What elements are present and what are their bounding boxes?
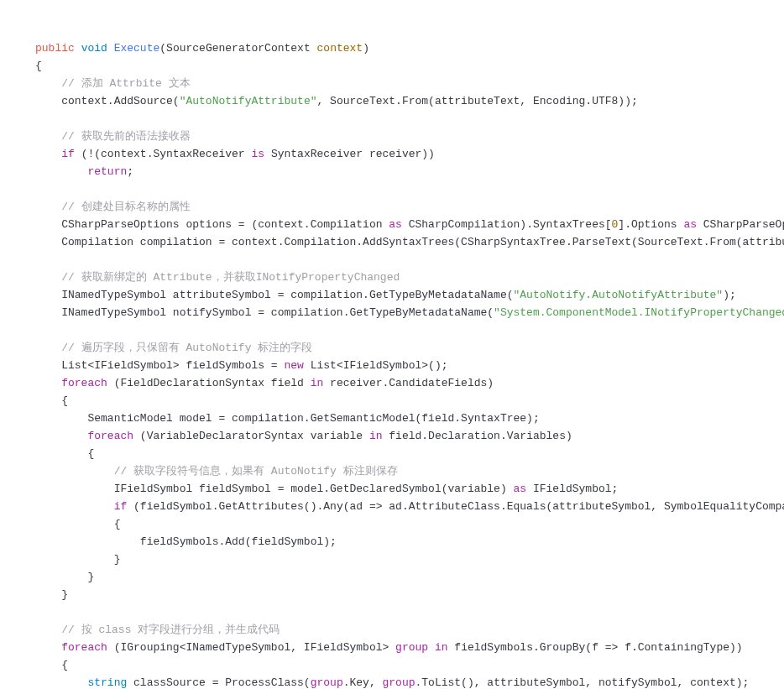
keyword-if: if (61, 148, 75, 160)
comment: // 获取先前的语法接收器 (61, 130, 190, 143)
code-line: INamedTypeSymbol attributeSymbol = compi… (61, 289, 513, 301)
keyword-foreach: foreach (61, 641, 107, 654)
param-type: SourceGeneratorContext (166, 42, 311, 55)
comment: // 获取新绑定的 Attribute，并获取INotifyPropertyCh… (61, 271, 400, 284)
code-line: SyntaxReceiver receiver)) (264, 148, 435, 160)
keyword-void: void (81, 42, 107, 55)
keyword-new: new (284, 359, 303, 372)
code-line: CSharpParseOp (697, 218, 784, 231)
keyword-as: as (514, 483, 527, 495)
keyword-foreach: foreach (61, 377, 107, 389)
identifier-group: group (311, 676, 343, 689)
code-block: public void Execute(SourceGeneratorConte… (35, 39, 784, 689)
code-line: fieldSymbols.GroupBy(f => f.ContainingTy… (448, 641, 743, 654)
code-line: (!(context.SyntaxReceiver (75, 148, 252, 160)
code-line: (VariableDeclaratorSyntax variable (133, 430, 369, 442)
keyword-string: string (87, 676, 127, 689)
brace: { (61, 394, 68, 407)
comment: // 按 class 对字段进行分组，并生成代码 (61, 624, 280, 636)
keyword-foreach: foreach (87, 430, 133, 442)
param-name: context (317, 42, 363, 55)
code-line: receiver.CandidateFields) (323, 377, 494, 389)
keyword-group: group (395, 641, 428, 654)
string-literal: "AutoNotifyAttribute" (180, 95, 317, 107)
brace: } (87, 571, 94, 583)
comment: // 获取字段符号信息，如果有 AutoNotify 标注则保存 (114, 465, 398, 478)
code-line: .ToList(), attributeSymbol, notifySymbol… (416, 676, 750, 689)
comment: // 添加 Attrbite 文本 (61, 77, 190, 90)
method-name: Execute (114, 42, 160, 55)
keyword-in: in (311, 377, 324, 389)
keyword-in: in (369, 430, 383, 442)
brace: { (61, 659, 68, 671)
brace: } (114, 553, 121, 566)
code-line: .Key, (343, 676, 383, 689)
keyword-if: if (114, 500, 128, 513)
keyword-public: public (35, 42, 75, 55)
comment: // 创建处目标名称的属性 (61, 201, 190, 213)
code-line: List<IFieldSymbol> fieldSymbols = (61, 359, 284, 372)
code-line: fieldSymbols.Add(fieldSymbol); (140, 535, 337, 548)
keyword-as: as (683, 218, 697, 231)
code-line: classSource = ProcessClass( (127, 676, 310, 689)
code-line: List<IFieldSymbol>(); (304, 359, 448, 372)
code-line: ].Options (618, 218, 683, 231)
code-line: (IGrouping<INamedTypeSymbol, IFieldSymbo… (107, 641, 395, 654)
string-literal: "AutoNotify.AutoNotifyAttribute" (514, 289, 724, 301)
code-line: ); (723, 289, 736, 301)
keyword-as: as (389, 218, 402, 231)
code-line: Compilation compilation = context.Compil… (61, 236, 784, 248)
code-line: (FieldDeclarationSyntax field (107, 377, 311, 389)
brace: { (114, 518, 121, 530)
semicolon: ; (127, 165, 133, 178)
code-line: INamedTypeSymbol notifySymbol = compilat… (61, 306, 494, 319)
keyword-return: return (87, 165, 127, 178)
brace: { (87, 447, 94, 460)
code-line: CSharpParseOptions options = (context.Co… (61, 218, 389, 231)
brace: } (61, 588, 68, 601)
code-line: field.Declaration.Variables) (383, 430, 572, 442)
keyword-in: in (435, 641, 448, 654)
identifier-group: group (383, 676, 416, 689)
code-line (428, 641, 435, 654)
code-line: (fieldSymbol.GetAttributes().Any(ad => a… (127, 500, 784, 513)
code-line: context.AddSource( (61, 95, 179, 107)
code-line: IFieldSymbol; (526, 483, 618, 495)
code-line: IFieldSymbol fieldSymbol = model.GetDecl… (114, 483, 514, 495)
keyword-is: is (251, 148, 264, 160)
code-line: SemanticModel model = compilation.GetSem… (87, 412, 539, 425)
comment: // 遍历字段，只保留有 AutoNotify 标注的字段 (61, 342, 312, 354)
brace: { (35, 60, 42, 72)
string-literal: "System.ComponentModel.INotifyPropertyCh… (494, 306, 784, 319)
code-line: CSharpCompilation).SyntaxTrees[ (402, 218, 612, 231)
code-line: , SourceText.From(attributeText, Encodin… (316, 95, 637, 107)
